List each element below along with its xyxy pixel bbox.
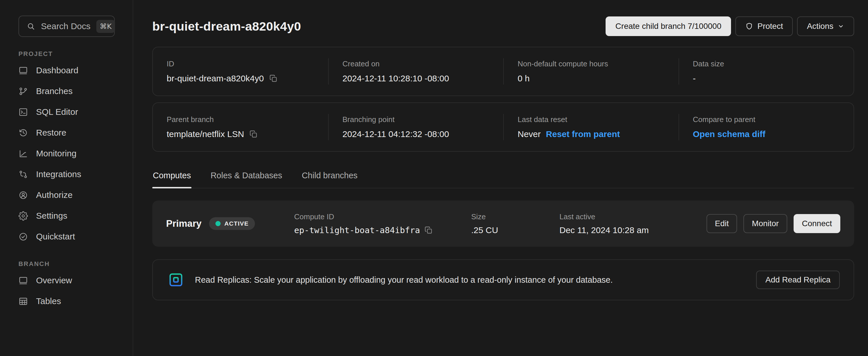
sidebar-section-branch: BRANCH [19, 260, 133, 268]
sidebar-item-overview[interactable]: Overview [19, 270, 133, 291]
sidebar-item-label: Authorize [36, 190, 73, 200]
tab-child-branches[interactable]: Child branches [301, 171, 358, 188]
main-content: br-quiet-dream-a820k4y0 Create child bra… [133, 0, 868, 356]
compute-size-column: Size .25 CU [471, 212, 559, 235]
sidebar-item-label: Settings [36, 211, 67, 221]
sidebar-item-label: SQL Editor [36, 107, 78, 117]
sidebar-item-sql-editor[interactable]: SQL Editor [19, 101, 133, 122]
compute-hours-value: 0 h [518, 73, 530, 83]
settings-icon [19, 211, 28, 221]
field-created-on: Created on 2024-12-11 10:28:10 -08:00 [328, 58, 503, 85]
field-compare-to-parent: Compare to parent Open schema diff [679, 114, 854, 140]
sidebar-item-label: Tables [36, 296, 61, 306]
primary-compute-row: Primary ACTIVE Compute ID ep-twilight-bo… [152, 201, 854, 247]
field-label: ID [167, 59, 317, 68]
add-read-replica-button[interactable]: Add Read Replica [756, 271, 840, 289]
actions-button[interactable]: Actions [797, 17, 854, 36]
field-parent-branch: Parent branch template/netflix LSN [153, 114, 328, 140]
sidebar-item-restore[interactable]: Restore [19, 122, 133, 143]
sidebar-item-integrations[interactable]: Integrations [19, 164, 133, 185]
overview-icon [19, 276, 28, 285]
compute-id-column: Compute ID ep-twilight-boat-a84ibfra [294, 212, 471, 235]
data-size-value: - [693, 73, 696, 83]
tab-computes[interactable]: Computes [152, 171, 191, 188]
branch-tabs: Computes Roles & Databases Child branche… [152, 171, 854, 188]
protect-label: Protect [757, 22, 783, 31]
last-active-label: Last active [559, 212, 707, 221]
read-replica-message: Read Replicas: Scale your application by… [195, 275, 746, 285]
edit-button[interactable]: Edit [707, 214, 737, 233]
monitor-button[interactable]: Monitor [743, 214, 787, 233]
search-shortcut-badge: ⌘K [96, 20, 115, 33]
sidebar-section-project: PROJECT [19, 50, 133, 58]
sidebar-item-label: Quickstart [36, 232, 75, 241]
active-status-dot [215, 221, 221, 226]
sidebar-item-label: Dashboard [36, 65, 79, 75]
sidebar-item-label: Restore [36, 128, 66, 138]
field-label: Last data reset [518, 115, 667, 124]
field-branching-point: Branching point 2024-12-11 04:12:32 -08:… [328, 114, 503, 140]
chevron-down-icon [837, 23, 844, 30]
compute-name: Primary [166, 218, 202, 229]
field-label: Non-default compute hours [518, 59, 667, 68]
compute-name-group: Primary ACTIVE [166, 217, 294, 230]
search-icon [27, 22, 35, 31]
sidebar-item-settings[interactable]: Settings [19, 205, 133, 226]
last-active-value: Dec 11, 2024 10:28 am [559, 225, 707, 235]
field-label: Compare to parent [693, 115, 842, 124]
sidebar: Search Docs ⌘K PROJECT Dashboard Branche… [0, 0, 133, 356]
field-label: Branching point [343, 115, 492, 124]
branch-id-value: br-quiet-dream-a820k4y0 [167, 73, 264, 83]
sidebar-item-label: Overview [36, 275, 72, 285]
field-id: ID br-quiet-dream-a820k4y0 [153, 58, 328, 85]
create-child-branch-button[interactable]: Create child branch 7/100000 [606, 17, 731, 36]
page-header: br-quiet-dream-a820k4y0 Create child bra… [152, 16, 854, 36]
open-schema-diff-link[interactable]: Open schema diff [693, 129, 766, 139]
status-badge: ACTIVE [209, 217, 255, 230]
created-on-value: 2024-12-11 10:28:10 -08:00 [343, 73, 449, 83]
sidebar-item-branches[interactable]: Branches [19, 81, 133, 101]
read-replica-banner: Read Replicas: Scale your application by… [152, 259, 854, 300]
monitoring-icon [19, 149, 28, 158]
compute-actions: Edit Monitor Connect [707, 214, 840, 233]
app-window: Search Docs ⌘K PROJECT Dashboard Branche… [0, 0, 868, 356]
field-label: Created on [343, 59, 492, 68]
parent-branch-card: Parent branch template/netflix LSN Branc… [152, 102, 854, 152]
header-actions: Create child branch 7/100000 Protect Act… [606, 17, 854, 36]
tab-roles-databases[interactable]: Roles & Databases [210, 171, 283, 188]
sidebar-item-authorize[interactable]: Authorize [19, 185, 133, 205]
reset-from-parent-link[interactable]: Reset from parent [546, 129, 620, 139]
sidebar-item-monitoring[interactable]: Monitoring [19, 143, 133, 164]
actions-label: Actions [807, 22, 833, 31]
protect-button[interactable]: Protect [735, 17, 793, 36]
sidebar-item-label: Branches [36, 86, 73, 96]
sidebar-item-quickstart[interactable]: Quickstart [19, 226, 133, 247]
search-docs-button[interactable]: Search Docs ⌘K [19, 16, 115, 37]
copy-icon[interactable] [424, 226, 433, 235]
branching-point-value: 2024-12-11 04:12:32 -08:00 [343, 129, 449, 139]
sidebar-item-label: Monitoring [36, 149, 76, 158]
connect-button[interactable]: Connect [794, 214, 840, 233]
branches-icon [19, 87, 28, 96]
integrations-icon [19, 170, 28, 179]
authorize-icon [19, 190, 28, 200]
parent-branch-value: template/netflix LSN [167, 129, 244, 139]
page-title: br-quiet-dream-a820k4y0 [152, 19, 301, 33]
shield-icon [745, 22, 753, 30]
tables-icon [19, 297, 28, 306]
field-label: Parent branch [167, 115, 317, 124]
search-docs-label: Search Docs [41, 21, 91, 31]
last-active-column: Last active Dec 11, 2024 10:28 am [559, 212, 707, 235]
quickstart-icon [19, 232, 28, 241]
copy-icon[interactable] [249, 130, 258, 139]
sidebar-item-label: Integrations [36, 169, 81, 179]
sidebar-item-tables[interactable]: Tables [19, 291, 133, 312]
sidebar-item-dashboard[interactable]: Dashboard [19, 60, 133, 81]
restore-icon [19, 128, 28, 138]
compute-id-value: ep-twilight-boat-a84ibfra [294, 225, 420, 235]
field-data-size: Data size - [679, 58, 854, 85]
copy-icon[interactable] [269, 74, 278, 83]
status-label: ACTIVE [224, 220, 249, 227]
cpu-icon [167, 271, 185, 289]
field-last-data-reset: Last data reset Never Reset from parent [503, 114, 679, 140]
